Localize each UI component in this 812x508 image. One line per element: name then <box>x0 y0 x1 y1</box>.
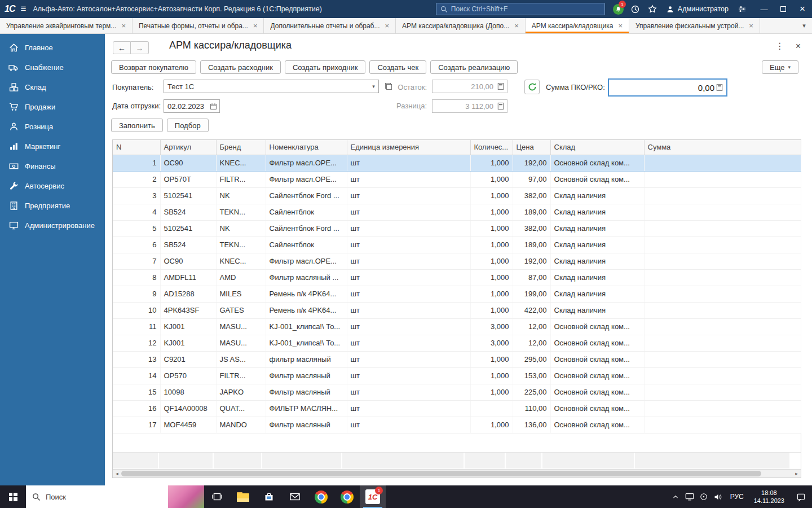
table-cell[interactable]: 1,000 <box>470 204 513 220</box>
table-cell[interactable]: шт <box>347 318 470 335</box>
create-check-button[interactable]: Создать чек <box>369 60 426 74</box>
table-row[interactable]: 14OP570FILTR...Фильтр масляныйшт1,000153… <box>113 367 801 384</box>
tab-fiscal-device[interactable]: Управление фискальным устрой... × <box>629 18 760 33</box>
table-cell[interactable]: Ремень п/к 4PK64... <box>266 302 347 318</box>
table-cell[interactable]: Сайлентблок Ford ... <box>266 187 347 204</box>
table-cell[interactable]: OP570T <box>160 171 216 187</box>
table-cell[interactable] <box>644 302 801 318</box>
table-row[interactable]: 1OC90KNEC...Фильтр масл.OPE...шт1,000192… <box>113 155 801 171</box>
tab-close-icon[interactable]: × <box>253 21 258 30</box>
table-cell[interactable]: JAPKO <box>216 384 266 400</box>
table-cell[interactable]: 1,000 <box>470 171 513 187</box>
table-cell[interactable]: 87,00 <box>513 269 550 286</box>
table-cell[interactable]: 4PK643SF <box>160 302 216 318</box>
table-cell[interactable] <box>644 155 801 171</box>
sidebar-item-retail[interactable]: Розница <box>0 117 105 137</box>
table-cell[interactable]: 1,000 <box>470 384 513 400</box>
table-cell[interactable]: 382,00 <box>513 220 550 237</box>
table-cell[interactable]: Фильтр масляный <box>266 384 347 400</box>
table-cell[interactable]: шт <box>347 286 470 302</box>
table-row[interactable]: 13C9201JS AS...фильтр масляныйшт1,000295… <box>113 351 801 367</box>
table-cell[interactable]: KJ-001_клипса!\ То... <box>266 335 347 351</box>
column-header[interactable]: Склад <box>550 140 644 155</box>
table-cell[interactable]: 199,00 <box>513 286 550 302</box>
table-row[interactable]: 104PK643SFGATESРемень п/к 4PK64...шт1,00… <box>113 302 801 318</box>
table-cell[interactable]: KNEC... <box>216 155 266 171</box>
history-button[interactable] <box>628 1 643 17</box>
table-cell[interactable]: 13 <box>113 351 160 367</box>
table-cell[interactable]: Сайлентблок <box>266 237 347 253</box>
fill-button[interactable]: Заполнить <box>111 119 163 132</box>
table-cell[interactable]: SB524 <box>160 204 216 220</box>
tab-cashier-arm-dop[interactable]: АРМ кассира/кладовщика (Допо... × <box>396 18 526 33</box>
notifications-button[interactable]: 1 <box>611 1 626 17</box>
table-cell[interactable]: 16 <box>113 400 160 417</box>
table-cell[interactable] <box>644 384 801 400</box>
table-cell[interactable]: Основной склад ком... <box>550 171 644 187</box>
table-cell[interactable]: шт <box>347 384 470 400</box>
table-cell[interactable]: 1,000 <box>470 269 513 286</box>
table-cell[interactable] <box>644 237 801 253</box>
table-cell[interactable]: AD15288 <box>160 286 216 302</box>
maximize-button[interactable] <box>774 0 793 18</box>
taskbar-search-input[interactable]: Поиск <box>26 485 168 508</box>
tab-close-icon[interactable]: × <box>121 21 126 30</box>
table-cell[interactable]: шт <box>347 171 470 187</box>
table-cell[interactable]: 10098 <box>160 384 216 400</box>
table-row[interactable]: 2OP570TFILTR...Фильтр масл.OPE...шт1,000… <box>113 171 801 187</box>
table-cell[interactable]: 9 <box>113 286 160 302</box>
table-cell[interactable] <box>644 417 801 433</box>
column-header[interactable]: Сумма <box>644 140 801 155</box>
display-tray-icon[interactable] <box>683 485 697 508</box>
table-cell[interactable]: 189,00 <box>513 204 550 220</box>
table-cell[interactable]: шт <box>347 187 470 204</box>
table-cell[interactable]: 225,00 <box>513 384 550 400</box>
scroll-left-arrow[interactable]: ◂ <box>113 471 121 476</box>
table-cell[interactable] <box>644 204 801 220</box>
table-cell[interactable] <box>644 171 801 187</box>
table-row[interactable]: 11KJ001MASU...KJ-001_клипса!\ То...шт3,0… <box>113 318 801 335</box>
table-cell[interactable]: фильтр масляный <box>266 351 347 367</box>
table-cell[interactable] <box>644 335 801 351</box>
table-cell[interactable]: 1,000 <box>470 286 513 302</box>
table-cell[interactable]: 97,00 <box>513 171 550 187</box>
main-menu-button[interactable]: ≡ <box>20 3 26 15</box>
table-cell[interactable]: OP570 <box>160 367 216 384</box>
table-cell[interactable]: шт <box>347 335 470 351</box>
table-cell[interactable]: Основной склад ком... <box>550 384 644 400</box>
table-cell[interactable]: 12,00 <box>513 335 550 351</box>
refresh-button[interactable] <box>524 80 540 94</box>
sidebar-item-finance[interactable]: Финансы <box>0 156 105 176</box>
column-header[interactable]: Единица измерения <box>347 140 470 155</box>
close-form-button[interactable]: × <box>796 41 801 51</box>
table-cell[interactable]: Основной склад ком... <box>550 335 644 351</box>
table-cell[interactable]: MASU... <box>216 318 266 335</box>
table-cell[interactable]: шт <box>347 400 470 417</box>
table-cell[interactable]: Склад наличия <box>550 253 644 269</box>
more-menu-icon[interactable]: ⋮ <box>775 41 784 51</box>
table-cell[interactable]: 1,000 <box>470 367 513 384</box>
table-cell[interactable]: QF14A00008 <box>160 400 216 417</box>
buyer-combobox[interactable]: Тест 1С ▾ <box>164 80 379 93</box>
table-cell[interactable]: Фильтр масляный <box>266 367 347 384</box>
table-cell[interactable]: Основной склад ком... <box>550 351 644 367</box>
table-cell[interactable]: Сайлентблок <box>266 204 347 220</box>
table-cell[interactable]: MOF4459 <box>160 417 216 433</box>
table-cell[interactable] <box>644 367 801 384</box>
tray-status-icon[interactable] <box>697 485 711 508</box>
table-cell[interactable]: Основной склад ком... <box>550 367 644 384</box>
table-cell[interactable] <box>644 400 801 417</box>
table-cell[interactable]: AMDFL11 <box>160 269 216 286</box>
table-cell[interactable]: Склад наличия <box>550 220 644 237</box>
table-cell[interactable]: 192,00 <box>513 253 550 269</box>
language-indicator[interactable]: РУС <box>725 493 749 501</box>
table-row[interactable]: 55102541NKСайлентблок Ford ...шт1,000382… <box>113 220 801 237</box>
table-cell[interactable]: шт <box>347 204 470 220</box>
column-header[interactable]: Бренд <box>216 140 266 155</box>
table-cell[interactable]: 5 <box>113 220 160 237</box>
column-header[interactable]: Количес... <box>470 140 513 155</box>
calculator-icon[interactable] <box>714 82 725 93</box>
table-cell[interactable]: шт <box>347 155 470 171</box>
tab-additional-reports[interactable]: Дополнительные отчеты и обраб... × <box>264 18 396 33</box>
table-cell[interactable]: шт <box>347 417 470 433</box>
